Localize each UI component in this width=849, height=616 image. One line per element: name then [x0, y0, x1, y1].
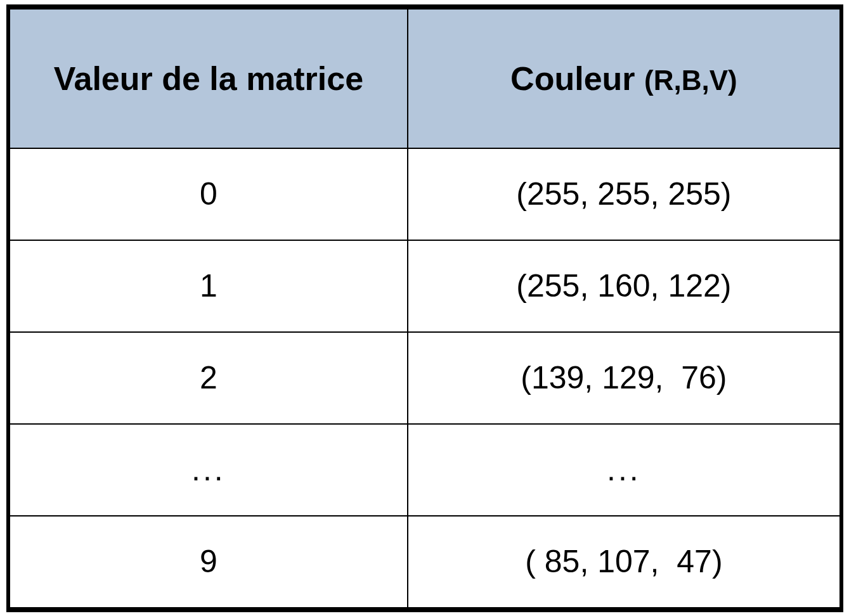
table-row: ... ...: [10, 424, 840, 516]
table-row: 9 ( 85, 107, 47): [10, 516, 840, 608]
header-col1-text: Valeur de la matrice: [54, 60, 364, 97]
header-col2-main: Couleur: [510, 60, 644, 97]
cell-matrix-value: 2: [10, 332, 408, 424]
header-color: Couleur (R,B,V): [408, 9, 839, 148]
cell-color: (255, 255, 255): [408, 148, 839, 240]
header-matrix-value: Valeur de la matrice: [10, 9, 408, 148]
color-mapping-table: Valeur de la matrice Couleur (R,B,V) 0 (…: [6, 4, 843, 612]
cell-matrix-value: 0: [10, 148, 408, 240]
table-header-row: Valeur de la matrice Couleur (R,B,V): [10, 9, 840, 148]
cell-matrix-value: 1: [10, 240, 408, 332]
cell-matrix-value: ...: [10, 424, 408, 516]
table-row: 1 (255, 160, 122): [10, 240, 840, 332]
table-row: 2 (139, 129, 76): [10, 332, 840, 424]
cell-color: ( 85, 107, 47): [408, 516, 839, 608]
table-row: 0 (255, 255, 255): [10, 148, 840, 240]
cell-matrix-value: 9: [10, 516, 408, 608]
cell-color: (255, 160, 122): [408, 240, 839, 332]
cell-color: (139, 129, 76): [408, 332, 839, 424]
header-col2-sub: (R,B,V): [644, 65, 737, 96]
cell-color: ...: [408, 424, 839, 516]
table: Valeur de la matrice Couleur (R,B,V) 0 (…: [9, 8, 841, 608]
